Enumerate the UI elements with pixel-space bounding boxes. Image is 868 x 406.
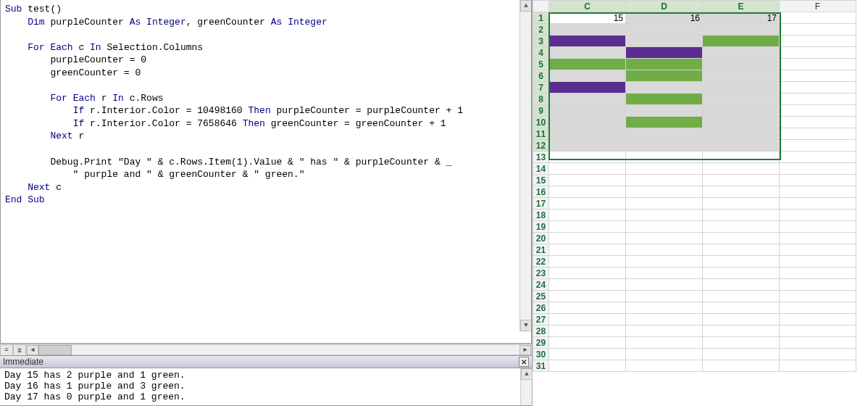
- cell[interactable]: [703, 314, 780, 326]
- cell[interactable]: [703, 279, 780, 291]
- row-header[interactable]: 18: [533, 210, 549, 221]
- row-header[interactable]: 12: [533, 140, 549, 152]
- cell[interactable]: [780, 24, 856, 36]
- row-header[interactable]: 7: [533, 82, 549, 94]
- row-header[interactable]: 24: [533, 279, 549, 291]
- row-header[interactable]: 11: [533, 128, 549, 140]
- cell[interactable]: [703, 105, 780, 117]
- scroll-down-arrow[interactable]: ▼: [520, 320, 532, 331]
- cell[interactable]: [626, 82, 703, 94]
- cell[interactable]: [626, 140, 703, 152]
- cell[interactable]: [549, 256, 626, 268]
- row-header[interactable]: 6: [533, 70, 549, 82]
- cell[interactable]: [626, 244, 703, 256]
- row-header[interactable]: 13: [533, 152, 549, 163]
- cell[interactable]: [703, 82, 780, 94]
- cell[interactable]: [549, 337, 626, 349]
- cell[interactable]: [626, 163, 703, 175]
- cell[interactable]: [626, 291, 703, 302]
- column-header[interactable]: D: [626, 1, 703, 12]
- cell[interactable]: [780, 221, 856, 233]
- cell[interactable]: [780, 105, 856, 117]
- spreadsheet-pane[interactable]: CDEF115161723456789101112131415161718192…: [533, 0, 868, 406]
- cell[interactable]: [703, 140, 780, 152]
- cell[interactable]: [780, 360, 856, 372]
- cell[interactable]: [703, 47, 780, 59]
- cell[interactable]: [780, 198, 856, 210]
- cell[interactable]: [703, 221, 780, 233]
- cell[interactable]: [780, 244, 856, 256]
- row-header[interactable]: 5: [533, 59, 549, 70]
- cell[interactable]: [626, 256, 703, 268]
- row-header[interactable]: 8: [533, 94, 549, 105]
- cell[interactable]: [549, 94, 626, 105]
- cell[interactable]: [626, 186, 703, 198]
- code-horizontal-scrollbar[interactable]: ≡ ≣ ◄ ►: [0, 344, 532, 355]
- cell[interactable]: [626, 198, 703, 210]
- cell[interactable]: [703, 233, 780, 244]
- cell[interactable]: [703, 326, 780, 337]
- cell[interactable]: [549, 24, 626, 36]
- cell[interactable]: [780, 279, 856, 291]
- cell[interactable]: [626, 360, 703, 372]
- cell[interactable]: [549, 302, 626, 314]
- cell[interactable]: [626, 337, 703, 349]
- cell[interactable]: [703, 268, 780, 279]
- row-header[interactable]: 19: [533, 221, 549, 233]
- cell[interactable]: [626, 152, 703, 163]
- cell[interactable]: [549, 279, 626, 291]
- row-header[interactable]: 3: [533, 36, 549, 47]
- cell[interactable]: [626, 70, 703, 82]
- cell[interactable]: [549, 175, 626, 186]
- row-header[interactable]: 28: [533, 326, 549, 337]
- scroll-up-arrow[interactable]: ▲: [520, 0, 532, 12]
- cell[interactable]: [780, 117, 856, 128]
- cell[interactable]: [780, 256, 856, 268]
- proc-view-icon[interactable]: ≡: [0, 344, 13, 356]
- cell[interactable]: [626, 24, 703, 36]
- cell[interactable]: [703, 337, 780, 349]
- cell[interactable]: [626, 117, 703, 128]
- cell[interactable]: [626, 302, 703, 314]
- cell[interactable]: [549, 314, 626, 326]
- cell[interactable]: [549, 152, 626, 163]
- immediate-window-titlebar[interactable]: Immediate ✕: [0, 355, 532, 368]
- cell[interactable]: [703, 291, 780, 302]
- cell[interactable]: [780, 36, 856, 47]
- cell[interactable]: [703, 128, 780, 140]
- select-all-corner[interactable]: [533, 1, 549, 12]
- code-vertical-scrollbar[interactable]: ▲ ▼: [519, 0, 531, 331]
- cell[interactable]: [626, 47, 703, 59]
- row-header[interactable]: 16: [533, 186, 549, 198]
- cell[interactable]: [780, 128, 856, 140]
- row-header[interactable]: 27: [533, 314, 549, 326]
- cell[interactable]: [703, 198, 780, 210]
- cell[interactable]: [549, 291, 626, 302]
- cell[interactable]: [703, 244, 780, 256]
- cell[interactable]: [780, 233, 856, 244]
- cell[interactable]: [780, 175, 856, 186]
- code-editor[interactable]: Sub test() Dim purpleCounter As Integer,…: [0, 0, 532, 344]
- column-header[interactable]: E: [703, 1, 780, 12]
- cell[interactable]: 15: [549, 12, 626, 24]
- cell[interactable]: [703, 175, 780, 186]
- row-header[interactable]: 4: [533, 47, 549, 59]
- row-header[interactable]: 22: [533, 256, 549, 268]
- cell[interactable]: [703, 70, 780, 82]
- row-header[interactable]: 14: [533, 163, 549, 175]
- row-header[interactable]: 2: [533, 24, 549, 36]
- row-header[interactable]: 29: [533, 337, 549, 349]
- row-header[interactable]: 25: [533, 291, 549, 302]
- cell[interactable]: [626, 314, 703, 326]
- cell[interactable]: [626, 128, 703, 140]
- hscroll-track[interactable]: ◄ ►: [26, 344, 532, 355]
- cell[interactable]: [780, 186, 856, 198]
- cell[interactable]: [549, 233, 626, 244]
- cell[interactable]: [780, 337, 856, 349]
- scroll-up-arrow[interactable]: ▲: [521, 368, 533, 380]
- cell[interactable]: [626, 36, 703, 47]
- cell[interactable]: [549, 59, 626, 70]
- cell[interactable]: [549, 186, 626, 198]
- cell[interactable]: [780, 59, 856, 70]
- row-header[interactable]: 10: [533, 117, 549, 128]
